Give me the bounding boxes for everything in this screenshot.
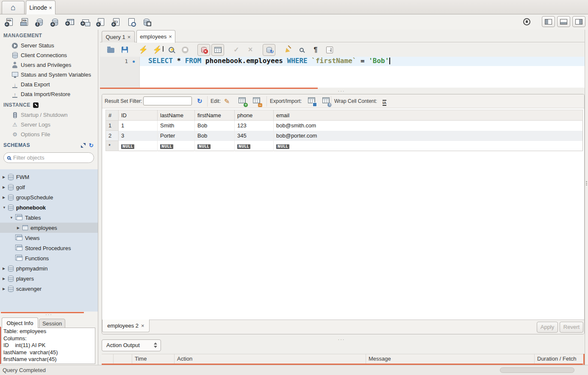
find-icon[interactable] [295,44,308,56]
sql-editor[interactable]: 1 ● SELECT * FROM phonebook.employees WH… [100,57,585,88]
sql-statement[interactable]: SELECT * FROM phonebook.employees WHERE … [148,57,390,66]
open-sql-script-icon[interactable] [19,16,31,28]
create-table-icon[interactable] [64,16,76,28]
chevron-right-icon[interactable]: ▶ [3,287,8,291]
create-function-icon[interactable] [110,16,122,28]
tree-item-golf[interactable]: ▶golf [0,182,98,192]
action-col-blank-1[interactable] [114,354,132,364]
apply-button[interactable]: Apply [537,322,558,333]
sidebar-item-data-export[interactable]: Data Export [0,80,98,89]
row-number[interactable]: 1 [106,121,119,131]
toggle-right-sidebar-button[interactable] [572,16,585,27]
tab-object-info[interactable]: Object Info [2,317,38,328]
execute-icon[interactable] [137,44,150,56]
tree-item-stored-procedures[interactable]: Stored Procedures [0,243,98,253]
close-icon[interactable]: × [128,34,131,40]
toggle-stop-on-error-icon[interactable] [197,44,210,56]
sidebar-item-server-status[interactable]: Server Status [0,41,98,50]
cell[interactable]: bob@smith.com [274,121,583,131]
chevron-down-icon[interactable]: ▼ [3,206,8,210]
database-info-icon[interactable] [34,16,46,28]
home-tab[interactable]: ⌂ [2,1,25,14]
open-script-icon[interactable] [104,44,117,56]
tree-item-functions[interactable]: Functions [0,253,98,263]
create-schema-icon[interactable] [49,16,61,28]
edit-record-icon[interactable] [224,97,230,105]
col-header-lastname[interactable]: lastName [158,110,195,121]
tree-item-views[interactable]: Views [0,233,98,243]
tree-item-tables[interactable]: ▼Tables [0,212,98,223]
explain-plan-icon[interactable] [165,44,178,56]
sidebar-item-options-file[interactable]: Options File [0,130,98,139]
tree-item-employees[interactable]: ▶employees [0,223,98,233]
close-icon[interactable]: × [49,5,52,11]
horizontal-scrollbar[interactable] [500,367,574,373]
action-col-action[interactable]: Action [175,354,366,364]
toggle-left-sidebar-button[interactable] [542,16,555,27]
chevron-right-icon[interactable]: ▶ [3,277,8,281]
export-recordset-icon[interactable] [308,97,315,105]
sidebar-item-users-and-privileges[interactable]: Users and Privileges [0,60,98,70]
cell[interactable]: NULL [235,141,274,151]
execute-current-statement-icon[interactable] [151,44,164,56]
result-tab-employees-2[interactable]: employees 2 × [102,320,150,332]
refresh-results-icon[interactable]: ↻ [197,97,202,105]
chevron-right-icon[interactable]: ▶ [17,226,22,230]
sidebar-item-startup-shutdown[interactable]: Startup / Shutdown [0,110,98,120]
cell[interactable]: 345 [235,131,274,141]
notifications-icon[interactable] [523,18,530,25]
cell[interactable]: Bob [195,121,235,131]
col-header-[interactable]: # [106,110,119,121]
new-query-tab-icon[interactable] [3,16,15,28]
result-filter-input[interactable] [143,97,192,105]
refresh-schemas-icon[interactable]: ↻ [89,143,94,148]
action-col-duration-fetch[interactable]: Duration / Fetch [535,354,585,364]
chevron-down-icon[interactable]: ▼ [10,216,15,220]
sidebar-item-server-logs[interactable]: Server Logs [0,120,98,130]
row-number[interactable]: 2 [106,131,119,141]
sidebar-item-status-and-system-variables[interactable]: Status and System Variables [0,70,98,80]
add-row-icon[interactable] [239,97,246,105]
tab-session[interactable]: Session [39,319,65,328]
cell[interactable]: NULL [274,141,583,151]
limit-rows-icon[interactable] [211,44,224,56]
cell[interactable]: Bob [195,131,235,141]
sidebar-item-data-import-restore[interactable]: Data Import/Restore [0,89,98,99]
action-col-time[interactable]: Time [132,354,175,364]
new-row-marker[interactable]: * [106,141,119,151]
reconnect-database-icon[interactable] [141,16,153,28]
chevron-right-icon[interactable]: ▶ [3,196,8,199]
cell[interactable]: 123 [235,121,274,131]
cell[interactable]: Smith [158,121,195,131]
schema-filter-input[interactable] [13,154,90,161]
right-splitter-handle[interactable] [586,181,587,186]
cell[interactable]: NULL [119,141,158,151]
close-icon[interactable]: × [141,323,144,329]
toggle-bottom-panel-button[interactable] [557,16,570,27]
chevron-right-icon[interactable]: ▶ [3,185,8,189]
delete-row-icon[interactable] [253,97,260,105]
wrap-text-icon[interactable] [323,44,336,56]
create-procedure-icon[interactable] [95,16,107,28]
chevron-right-icon[interactable]: ▶ [3,267,8,270]
col-header-phone[interactable]: phone [235,110,274,121]
action-col-message[interactable]: Message [366,354,535,364]
right-panel-splitter[interactable] [585,30,588,365]
tree-item-phpmyadmin[interactable]: ▶phpmyadmin [0,263,98,273]
output-selector[interactable]: Action Output [102,339,161,351]
tree-item-groupschedule[interactable]: ▶groupSchedule [0,192,98,202]
close-icon[interactable]: × [169,33,172,40]
revert-button[interactable]: Revert [560,322,583,333]
action-col-blank-0[interactable] [102,354,114,364]
tree-item-phonebook[interactable]: ▼phonebook [0,202,98,212]
sidebar-splitter-handle[interactable]: ··· [0,312,98,316]
tab-query1[interactable]: Query 1 × [102,31,135,42]
show-invisibles-icon[interactable] [309,44,322,56]
tree-item-scavenger[interactable]: ▶scavenger [0,284,98,294]
cell[interactable]: 1 [119,121,158,131]
toggle-autocommit-icon[interactable] [263,44,275,56]
connection-tab-linode[interactable]: Linode × [26,0,55,14]
save-script-icon[interactable] [118,44,131,56]
editor-result-splitter-handle[interactable]: ··· [329,88,354,94]
beautify-sql-icon[interactable] [281,44,294,56]
